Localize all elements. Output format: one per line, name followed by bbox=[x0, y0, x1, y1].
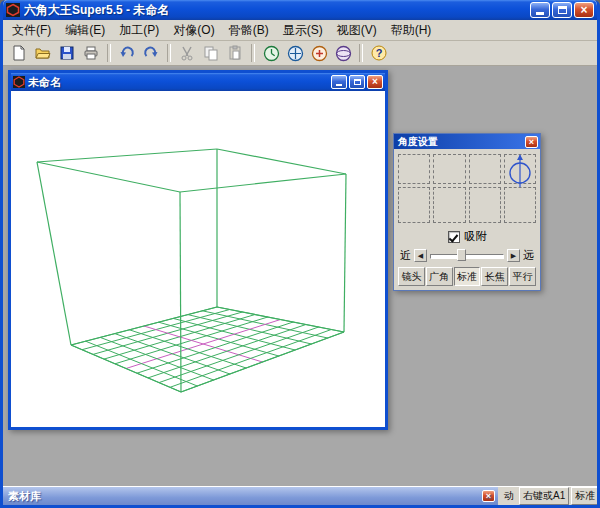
maximize-button[interactable] bbox=[552, 2, 572, 18]
far-label: 远 bbox=[523, 248, 534, 263]
material-library-bar[interactable]: 素材库 × bbox=[3, 486, 498, 505]
workspace: 未命名 × 角度设置 × bbox=[3, 66, 597, 486]
toolbar-separator bbox=[251, 44, 255, 62]
document-maximize-button[interactable] bbox=[349, 75, 365, 89]
farther-button[interactable]: ▶ bbox=[507, 249, 520, 262]
angle-preset-4[interactable] bbox=[504, 154, 536, 184]
document-close-button[interactable]: × bbox=[367, 75, 383, 89]
material-library-close-button[interactable]: × bbox=[482, 490, 495, 502]
angle-panel-body: 吸附 近 ◀ ▶ 远 镜头 广角 标准 长焦 平行 bbox=[394, 149, 540, 290]
menu-skeleton[interactable]: 骨骼(B) bbox=[222, 20, 276, 41]
menu-edit[interactable]: 编辑(E) bbox=[58, 20, 112, 41]
distance-slider-row: 近 ◀ ▶ 远 bbox=[396, 246, 538, 266]
cut-icon bbox=[179, 45, 195, 61]
nearer-button[interactable]: ◀ bbox=[414, 249, 427, 262]
paste-button[interactable] bbox=[223, 42, 247, 64]
minimize-icon bbox=[536, 12, 544, 15]
document-minimize-button[interactable] bbox=[331, 75, 347, 89]
angle-panel-title-bar[interactable]: 角度设置 × bbox=[394, 134, 540, 149]
document-minimize-icon bbox=[336, 84, 342, 86]
viewport-canvas[interactable] bbox=[11, 91, 385, 427]
menu-view[interactable]: 视图(V) bbox=[330, 20, 384, 41]
paste-icon bbox=[227, 45, 243, 61]
camera-button-lens[interactable]: 镜头 bbox=[398, 267, 425, 286]
menu-process[interactable]: 加工(P) bbox=[112, 20, 166, 41]
angle-settings-panel: 角度设置 × bbox=[393, 133, 541, 291]
toolbar-separator bbox=[107, 44, 111, 62]
light-view-icon bbox=[335, 45, 352, 62]
snap-label: 吸附 bbox=[465, 229, 487, 244]
document-maximize-icon bbox=[354, 79, 361, 85]
print-button[interactable] bbox=[79, 42, 103, 64]
copy-button[interactable] bbox=[199, 42, 223, 64]
help-icon: ? bbox=[371, 45, 387, 61]
title-bar[interactable]: 六角大王Super5.5 - 未命名 × bbox=[3, 0, 597, 20]
window-controls: × bbox=[528, 2, 594, 18]
snap-checkbox[interactable] bbox=[448, 231, 460, 243]
redo-button[interactable] bbox=[139, 42, 163, 64]
toolbar: ? bbox=[3, 41, 597, 66]
status-cell-standard[interactable]: 标准 bbox=[571, 487, 599, 505]
bottom-bar: 素材库 × 动 右键或A1 标准 bbox=[3, 486, 597, 505]
camera-button-wide[interactable]: 广角 bbox=[426, 267, 453, 286]
maximize-icon bbox=[558, 6, 567, 14]
document-close-icon: × bbox=[372, 77, 378, 87]
angle-preset-1[interactable] bbox=[398, 154, 430, 184]
angle-preset-8[interactable] bbox=[504, 187, 536, 223]
slider-thumb[interactable] bbox=[457, 249, 466, 261]
app-icon bbox=[6, 3, 20, 17]
redo-icon bbox=[143, 45, 159, 61]
camera-button-telephoto[interactable]: 长焦 bbox=[481, 267, 508, 286]
distance-slider[interactable] bbox=[430, 249, 504, 262]
menu-help[interactable]: 帮助(H) bbox=[384, 20, 439, 41]
open-file-button[interactable] bbox=[31, 42, 55, 64]
angle-preset-3[interactable] bbox=[469, 154, 501, 184]
snap-row: 吸附 bbox=[396, 226, 538, 246]
angle-panel-close-button[interactable]: × bbox=[525, 136, 538, 148]
menu-bar: 文件(F) 编辑(E) 加工(P) 对像(O) 骨骼(B) 显示(S) 视图(V… bbox=[3, 20, 597, 41]
zoom-view-icon bbox=[311, 45, 328, 62]
angle-dial-icon bbox=[506, 152, 534, 188]
menu-display[interactable]: 显示(S) bbox=[276, 20, 330, 41]
status-bar: 动 右键或A1 标准 bbox=[498, 486, 600, 505]
light-view-tool-button[interactable] bbox=[331, 42, 355, 64]
open-folder-icon bbox=[35, 45, 51, 61]
angle-panel-title: 角度设置 bbox=[398, 135, 525, 149]
document-title-bar[interactable]: 未命名 × bbox=[11, 73, 385, 91]
rotate-view-tool-button[interactable] bbox=[259, 42, 283, 64]
new-document-button[interactable] bbox=[7, 42, 31, 64]
close-button[interactable]: × bbox=[574, 2, 594, 18]
angle-preset-6[interactable] bbox=[433, 187, 465, 223]
material-library-title: 素材库 bbox=[8, 489, 482, 504]
document-window: 未命名 × bbox=[8, 70, 388, 430]
near-label: 近 bbox=[400, 248, 411, 263]
copy-icon bbox=[203, 45, 219, 61]
minimize-button[interactable] bbox=[530, 2, 550, 18]
angle-preset-2[interactable] bbox=[433, 154, 465, 184]
save-button[interactable] bbox=[55, 42, 79, 64]
camera-button-parallel[interactable]: 平行 bbox=[509, 267, 536, 286]
toolbar-separator bbox=[359, 44, 363, 62]
slider-groove bbox=[430, 254, 504, 259]
help-button[interactable]: ? bbox=[367, 42, 391, 64]
status-cell-mode: 动 bbox=[501, 488, 517, 504]
pan-view-icon bbox=[287, 45, 304, 62]
print-icon bbox=[83, 45, 99, 61]
zoom-view-tool-button[interactable] bbox=[307, 42, 331, 64]
undo-button[interactable] bbox=[115, 42, 139, 64]
save-icon bbox=[59, 45, 75, 61]
document-title: 未命名 bbox=[28, 75, 329, 90]
angle-preset-5[interactable] bbox=[398, 187, 430, 223]
undo-icon bbox=[119, 45, 135, 61]
status-cell-hint[interactable]: 右键或A1 bbox=[519, 487, 569, 505]
camera-button-standard[interactable]: 标准 bbox=[454, 267, 481, 286]
menu-file[interactable]: 文件(F) bbox=[5, 20, 58, 41]
angle-preset-7[interactable] bbox=[469, 187, 501, 223]
camera-mode-row: 镜头 广角 标准 长焦 平行 bbox=[396, 266, 538, 287]
menu-object[interactable]: 对像(O) bbox=[166, 20, 221, 41]
new-document-icon bbox=[11, 45, 27, 61]
pan-view-tool-button[interactable] bbox=[283, 42, 307, 64]
rotate-view-icon bbox=[263, 45, 280, 62]
cut-button[interactable] bbox=[175, 42, 199, 64]
angle-presets bbox=[396, 151, 538, 226]
